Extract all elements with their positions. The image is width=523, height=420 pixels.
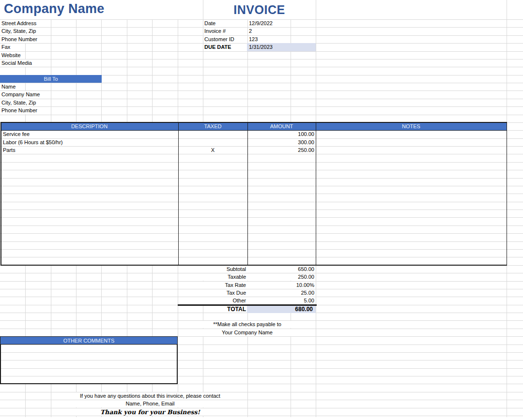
table-left-border bbox=[0, 122, 1, 266]
notes-column-header: NOTES bbox=[316, 122, 507, 130]
date-label: Date bbox=[204, 20, 215, 27]
checks-payable-note: **Make all checks payable to bbox=[179, 321, 315, 328]
item-amount[interactable]: 100.00 bbox=[247, 131, 314, 138]
bill-to-city-label: City, State, Zip bbox=[1, 99, 37, 106]
item-description[interactable]: Service fee bbox=[3, 131, 30, 138]
total-label: TOTAL bbox=[178, 306, 246, 313]
vertical-gridline bbox=[76, 265, 77, 336]
tax-due-label: Tax Due bbox=[178, 289, 246, 297]
other-comments-box[interactable] bbox=[0, 345, 178, 384]
tax-rate-label: Tax Rate bbox=[178, 282, 246, 289]
footer-contact-line: If you have any questions about this inv… bbox=[53, 392, 247, 400]
bill-to-header-bar: Bill To bbox=[0, 75, 102, 83]
vertical-gridline bbox=[291, 19, 291, 122]
checks-payable-company: Your Company Name bbox=[179, 329, 315, 336]
tax-due-value[interactable]: 25.00 bbox=[247, 289, 314, 297]
company-phone-label: Phone Number bbox=[1, 36, 39, 43]
due-date-label: DUE DATE bbox=[204, 44, 231, 51]
item-description[interactable]: Parts bbox=[3, 147, 15, 154]
taxable-label: Taxable bbox=[178, 273, 246, 281]
other-value[interactable]: 5.00 bbox=[247, 297, 314, 304]
vertical-gridline bbox=[316, 0, 316, 122]
vertical-gridline bbox=[25, 265, 26, 336]
table-right-border bbox=[507, 122, 508, 266]
vertical-gridline bbox=[51, 19, 51, 122]
item-amount[interactable]: 300.00 bbox=[247, 139, 314, 146]
bill-to-phone-label: Phone Number bbox=[1, 107, 39, 114]
other-label: Other bbox=[178, 297, 246, 304]
subtotal-label: Subtotal bbox=[178, 266, 246, 273]
vertical-gridline bbox=[101, 265, 102, 336]
taxable-value[interactable]: 250.00 bbox=[247, 273, 314, 281]
company-website-label: Website bbox=[1, 52, 22, 59]
tax-rate-value[interactable]: 10.00% bbox=[247, 282, 314, 289]
total-value[interactable]: 680.00 bbox=[248, 306, 313, 313]
vertical-gridline bbox=[152, 265, 153, 336]
item-taxed-mark[interactable]: X bbox=[178, 147, 247, 154]
invoice-sheet: Company Name INVOICE Street Address City… bbox=[0, 0, 523, 420]
vertical-gridline bbox=[127, 19, 127, 122]
vertical-gridline bbox=[51, 384, 51, 417]
vertical-gridline bbox=[25, 384, 26, 417]
vertical-gridline bbox=[76, 19, 77, 122]
vertical-gridline bbox=[101, 19, 102, 122]
vertical-gridline bbox=[316, 265, 316, 417]
company-city-label: City, State, Zip bbox=[1, 28, 37, 35]
vertical-gridline bbox=[152, 19, 153, 122]
item-amount[interactable]: 250.00 bbox=[247, 147, 314, 154]
bill-to-name-label: Name bbox=[1, 83, 17, 90]
subtotal-value[interactable]: 650.00 bbox=[247, 266, 314, 273]
vertical-gridline bbox=[247, 19, 248, 122]
notes-column-area[interactable] bbox=[316, 130, 507, 265]
customer-id-label: Customer ID bbox=[204, 36, 234, 43]
vertical-gridline bbox=[507, 265, 507, 417]
vertical-gridline bbox=[203, 0, 203, 122]
table-col-border-taxed bbox=[178, 122, 179, 266]
description-column-header: DESCRIPTION bbox=[0, 122, 178, 130]
due-date-value[interactable]: 1/31/2023 bbox=[249, 44, 273, 51]
table-top-border bbox=[0, 122, 507, 123]
other-comments-header-bar: OTHER COMMENTS bbox=[0, 336, 178, 344]
footer-contact-details: Name, Phone, Email bbox=[53, 400, 247, 407]
company-fax-label: Fax bbox=[1, 44, 12, 51]
company-street-label: Street Address bbox=[1, 20, 38, 27]
invoice-number-value[interactable]: 2 bbox=[249, 28, 252, 35]
table-bottom-border bbox=[0, 265, 507, 266]
item-description[interactable]: Labor (6 Hours at $50/hr) bbox=[3, 139, 63, 146]
invoice-number-label: Invoice # bbox=[204, 28, 226, 35]
bill-to-company-label: Company Name bbox=[1, 91, 41, 98]
footer-thank-you: Thank you for your Business! bbox=[53, 408, 247, 416]
company-social-label: Social Media bbox=[1, 60, 33, 67]
company-name-title: Company Name bbox=[4, 1, 105, 16]
customer-id-value[interactable]: 123 bbox=[249, 36, 258, 43]
date-value[interactable]: 12/9/2022 bbox=[249, 20, 273, 27]
vertical-gridline bbox=[51, 265, 51, 336]
taxed-column-header: TAXED bbox=[178, 122, 247, 130]
vertical-gridline bbox=[507, 0, 507, 122]
vertical-gridline bbox=[178, 19, 178, 122]
vertical-gridline bbox=[127, 265, 127, 336]
table-col-border-notes bbox=[316, 122, 317, 266]
invoice-title: INVOICE bbox=[203, 3, 316, 17]
amount-column-header: AMOUNT bbox=[247, 122, 316, 130]
